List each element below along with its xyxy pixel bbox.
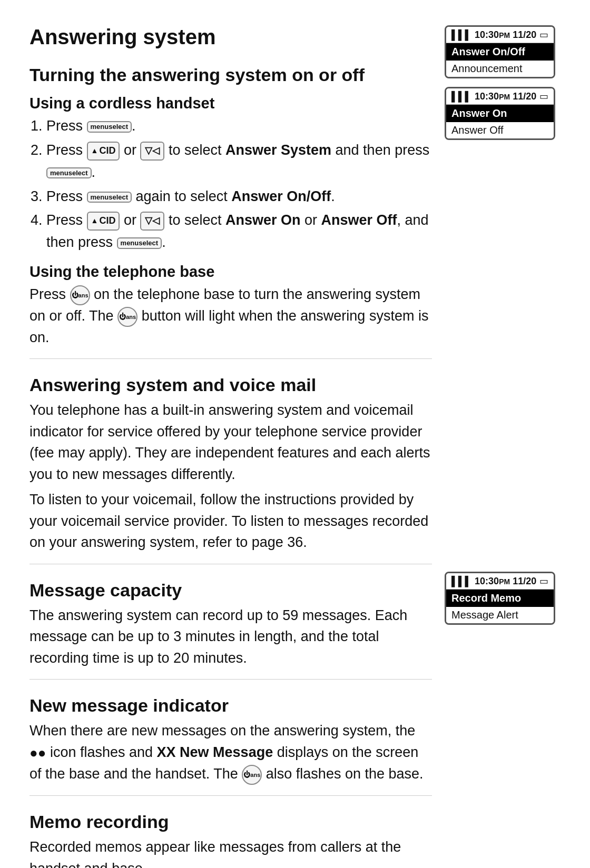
screen2-signal: ▌▌▌ (451, 91, 471, 102)
phone-screen-3: ▌▌▌ 10:30PM 11/20 ▭ Record Memo Message … (445, 572, 555, 625)
list-item: Press menuselect. (46, 115, 432, 137)
phone-screen-1: ▌▌▌ 10:30PM 11/20 ▭ Answer On/Off Announ… (445, 25, 555, 78)
screen3-time: 10:30PM 11/20 (475, 576, 536, 587)
screen1-signal: ▌▌▌ (451, 29, 471, 41)
screen2-menu-item: Answer On (446, 105, 554, 122)
list-item: Press ▲CID or ▽◁ to select Answer System… (46, 139, 432, 184)
section-base-heading: Using the telephone base (30, 263, 432, 281)
cid-up-button-1[interactable]: ▲CID (87, 142, 120, 161)
ans-button-1[interactable]: ⏻ans (70, 285, 90, 305)
screen3-menu-item: Record Memo (446, 590, 554, 607)
nav-down-button-2[interactable]: ▽◁ (140, 212, 164, 231)
screen2-sub-item: Answer Off (446, 122, 554, 138)
divider-2 (30, 564, 432, 564)
screen3-signal: ▌▌▌ (451, 576, 471, 587)
message-icon: ●● (30, 743, 46, 763)
page-layout: Answering system Turning the answering s… (30, 25, 560, 868)
screen-panel: ▌▌▌ 10:30PM 11/20 ▭ Answer On/Off Announ… (445, 25, 560, 633)
divider-1 (30, 358, 432, 359)
screen2-header: ▌▌▌ 10:30PM 11/20 ▭ (446, 88, 554, 105)
screen3-battery: ▭ (539, 575, 548, 587)
screen3-spacer: ▌▌▌ 10:30PM 11/20 ▭ Record Memo Message … (445, 572, 560, 625)
screen1-sub-item: Announcement (446, 61, 554, 77)
screen1-time: 10:30PM 11/20 (475, 29, 536, 41)
indicator-text: When there are new messages on the answe… (30, 720, 432, 785)
cid-up-button-2[interactable]: ▲CID (87, 212, 120, 231)
divider-3 (30, 679, 432, 680)
nav-down-button-1[interactable]: ▽◁ (140, 142, 164, 161)
ans-button-2[interactable]: ⏻ans (117, 307, 137, 327)
steps-cordless1-list: Press menuselect. Press ▲CID or ▽◁ to se… (30, 115, 432, 254)
screen1-menu-item: Answer On/Off (446, 43, 554, 61)
xx-badge: XX New Message (157, 742, 273, 763)
screen2-time: 10:30PM 11/20 (475, 91, 536, 102)
screen3-sub-item: Message Alert (446, 607, 554, 623)
indicator-title: New message indicator (30, 695, 432, 716)
subtitle1: Turning the answering system on or off (30, 65, 432, 85)
voicemail-text2: To listen to your voicemail, follow the … (30, 489, 432, 553)
menu-select-button-1[interactable]: menuselect (87, 121, 132, 133)
screen3-header: ▌▌▌ 10:30PM 11/20 ▭ (446, 573, 554, 590)
screen1-header: ▌▌▌ 10:30PM 11/20 ▭ (446, 27, 554, 43)
list-item: Press ▲CID or ▽◁ to select Answer On or … (46, 209, 432, 254)
memo-title: Memo recording (30, 812, 432, 832)
capacity-text: The answering system can record up to 59… (30, 605, 432, 669)
phone-screen-2: ▌▌▌ 10:30PM 11/20 ▭ Answer On Answer Off (445, 87, 555, 140)
page-title: Answering system (30, 25, 432, 49)
screen1-battery: ▭ (539, 29, 548, 41)
memo-intro: Recorded memos appear like messages from… (30, 836, 432, 868)
divider-4 (30, 795, 432, 796)
menu-select-button-3[interactable]: menuselect (87, 192, 132, 203)
section-cordless1-heading: Using a cordless handset (30, 95, 432, 112)
base-text: Press ⏻ans on the telephone base to turn… (30, 284, 432, 348)
screen2-battery: ▭ (539, 91, 548, 102)
menu-select-button-2[interactable]: menuselect (46, 167, 92, 179)
ans-button-3[interactable]: ⏻ans (242, 765, 262, 785)
voicemail-text1: You telephone has a built-in answering s… (30, 400, 432, 485)
menu-select-button-4[interactable]: menuselect (117, 237, 162, 249)
capacity-title: Message capacity (30, 580, 432, 601)
voicemail-title: Answering system and voice mail (30, 375, 432, 395)
list-item: Press menuselect again to select Answer … (46, 186, 432, 208)
main-content: Answering system Turning the answering s… (30, 25, 432, 868)
